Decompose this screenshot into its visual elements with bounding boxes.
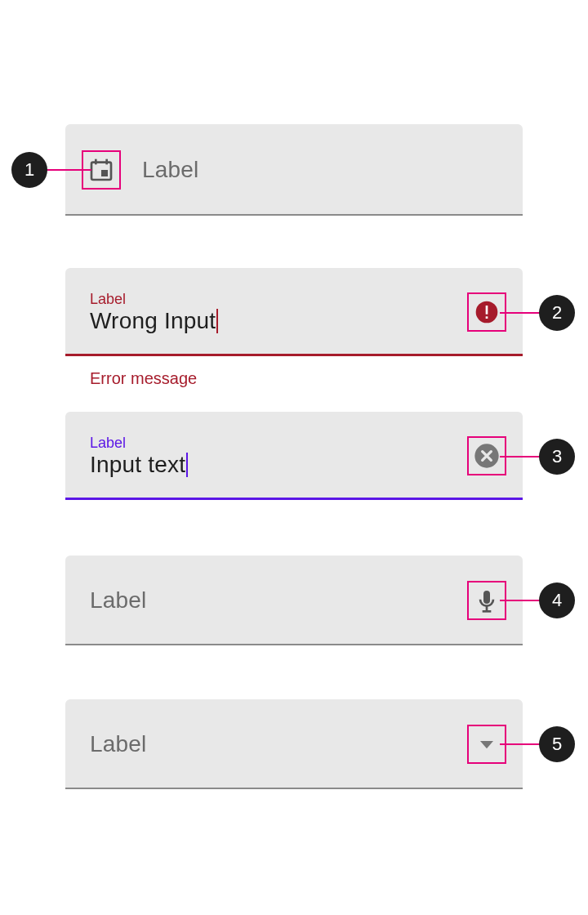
- field-label: Label: [90, 731, 147, 757]
- svg-rect-3: [105, 159, 108, 165]
- field-label: Label: [90, 435, 467, 451]
- field-label: Label: [142, 157, 199, 183]
- field-value: Input text: [90, 451, 467, 479]
- svg-rect-1: [101, 170, 108, 176]
- svg-rect-8: [483, 591, 490, 604]
- text-field-error[interactable]: Label Wrong Input: [65, 268, 523, 356]
- svg-rect-10: [483, 610, 492, 613]
- text-field-dropdown[interactable]: Label: [65, 699, 523, 789]
- svg-rect-2: [95, 159, 97, 165]
- callout-badge-3: 3: [539, 439, 575, 475]
- field-value: Wrong Input: [90, 307, 467, 335]
- text-caret: [216, 309, 218, 333]
- callout-leader: [46, 169, 91, 171]
- callout-leader: [500, 600, 541, 601]
- callout-leader: [500, 456, 541, 458]
- callout-badge-2: 2: [539, 295, 575, 331]
- field-label: Label: [90, 291, 467, 307]
- callout-badge-5: 5: [539, 726, 575, 762]
- svg-rect-9: [486, 606, 488, 610]
- callout-leader: [500, 743, 541, 745]
- text-field-leading-icon[interactable]: Label: [65, 124, 523, 216]
- callout-leader: [500, 312, 541, 314]
- text-field-focused[interactable]: Label Input text: [65, 412, 523, 500]
- error-helper-text: Error message: [90, 369, 197, 388]
- callout-badge-1: 1: [11, 152, 47, 188]
- field-label: Label: [90, 587, 147, 614]
- text-caret: [186, 453, 188, 477]
- text-field-voice[interactable]: Label: [65, 556, 523, 645]
- svg-rect-6: [486, 316, 488, 319]
- callout-badge-4: 4: [539, 582, 575, 618]
- svg-rect-5: [486, 306, 488, 315]
